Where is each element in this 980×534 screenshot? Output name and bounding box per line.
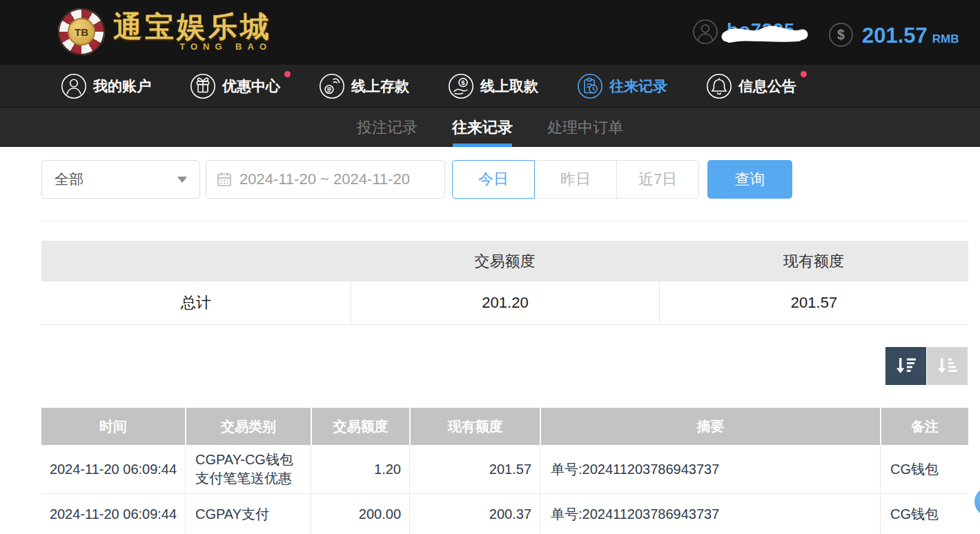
summary-total-label: 总计 bbox=[41, 281, 351, 324]
balance-amount: 201.57 bbox=[862, 23, 928, 48]
nav-label: 优惠中心 bbox=[222, 77, 280, 96]
cell-balance: 201.57 bbox=[409, 445, 540, 493]
cell-remark: CG钱包 bbox=[880, 494, 968, 534]
records-header-row: 时间 交易类别 交易额度 现有额度 摘要 备注 bbox=[41, 408, 968, 445]
svg-text:$: $ bbox=[837, 27, 845, 42]
notification-dot bbox=[284, 71, 291, 77]
sort-ascending-icon bbox=[936, 356, 959, 377]
nav-item-withdraw[interactable]: $ 线上取款 bbox=[448, 73, 538, 99]
sort-descending-icon bbox=[894, 356, 918, 377]
logo-subtitle: TONG BAO bbox=[113, 41, 272, 52]
summary-total-transaction: 201.20 bbox=[351, 281, 659, 324]
cell-amount: 200.00 bbox=[311, 494, 409, 534]
cell-remark: CG钱包 bbox=[880, 445, 968, 493]
active-tab-underline bbox=[453, 144, 512, 147]
tab-label: 往来记录 bbox=[452, 117, 513, 138]
tab-processing-orders[interactable]: 处理中订单 bbox=[546, 108, 625, 147]
site-logo[interactable]: TB 通宝娱乐城 TONG BAO bbox=[58, 8, 272, 55]
deposit-icon bbox=[319, 73, 345, 99]
calendar-icon bbox=[216, 171, 233, 188]
search-button[interactable]: 查询 bbox=[707, 160, 792, 199]
dollar-icon: $ bbox=[828, 22, 854, 48]
cell-time: 2024-11-20 06:09:44 bbox=[41, 445, 185, 493]
chip-text: TB bbox=[75, 26, 88, 38]
nav-label: 线上存款 bbox=[351, 77, 409, 96]
withdraw-icon: $ bbox=[448, 73, 474, 99]
cell-summary: 单号:202411203786943737 bbox=[540, 494, 880, 534]
filter-row: 全部 2024-11-20 ~ 2024-11-20 今日 昨日 近7日 查询 bbox=[0, 160, 980, 199]
type-select-value: 全部 bbox=[55, 170, 177, 189]
cell-amount: 1.20 bbox=[311, 445, 409, 493]
yesterday-button[interactable]: 昨日 bbox=[534, 160, 617, 199]
summary-header-transaction: 交易额度 bbox=[351, 241, 659, 281]
notification-dot bbox=[801, 71, 807, 77]
summary-header-empty bbox=[41, 241, 351, 281]
col-header-summary: 摘要 bbox=[540, 408, 880, 445]
today-button[interactable]: 今日 bbox=[452, 160, 535, 199]
cell-balance: 200.37 bbox=[409, 494, 540, 534]
balance-display[interactable]: $ 201.57 RMB bbox=[828, 17, 959, 48]
balance-currency: RMB bbox=[932, 32, 959, 46]
main-nav: 我的账户 优惠中心 线上存款 bbox=[0, 65, 980, 107]
cell-summary: 单号:202411203786943737 bbox=[540, 445, 880, 493]
poker-chip-icon: TB bbox=[58, 8, 105, 55]
table-row: 2024-11-20 06:09:44 CGPAY支付 200.00 200.3… bbox=[41, 494, 968, 534]
username: bo7325 bbox=[725, 19, 805, 45]
top-header: TB 通宝娱乐城 TONG BAO bo7325 bbox=[0, 0, 980, 65]
nav-item-deposit[interactable]: 线上存款 bbox=[319, 73, 409, 99]
nav-item-transaction-records[interactable]: 往来记录 bbox=[577, 73, 667, 99]
account-info[interactable]: bo7325 bbox=[692, 19, 805, 45]
records-icon bbox=[577, 73, 603, 99]
nav-item-announcements[interactable]: 信息公告 bbox=[706, 73, 796, 99]
nav-label: 我的账户 bbox=[93, 77, 151, 96]
date-range-value: 2024-11-20 ~ 2024-11-20 bbox=[239, 170, 410, 188]
record-tabs: 投注记录 往来记录 处理中订单 bbox=[0, 107, 980, 147]
cell-type: CGPAY-CG钱包支付笔笔送优惠 bbox=[185, 445, 311, 493]
quick-date-buttons: 今日 昨日 近7日 bbox=[452, 160, 699, 199]
cell-type: CGPAY支付 bbox=[185, 494, 311, 534]
logo-text: 通宝娱乐城 TONG BAO bbox=[113, 12, 272, 51]
redaction-scribble bbox=[721, 21, 808, 46]
sort-buttons bbox=[885, 347, 968, 385]
summary-header-current: 现有额度 bbox=[659, 241, 968, 281]
type-select[interactable]: 全部 bbox=[41, 160, 200, 199]
col-header-remark: 备注 bbox=[880, 408, 968, 445]
sort-descending-button[interactable] bbox=[885, 347, 926, 385]
nav-label: 往来记录 bbox=[609, 77, 667, 96]
tab-bet-records[interactable]: 投注记录 bbox=[355, 108, 419, 147]
col-header-balance: 现有额度 bbox=[409, 408, 540, 445]
col-header-type: 交易类别 bbox=[185, 408, 311, 445]
chip-core: TB bbox=[68, 18, 95, 46]
tab-transaction-records[interactable]: 往来记录 bbox=[451, 108, 514, 147]
nav-item-my-account[interactable]: 我的账户 bbox=[61, 73, 151, 99]
svg-text:$: $ bbox=[461, 79, 465, 86]
customer-service-button[interactable] bbox=[974, 487, 980, 516]
date-range-input[interactable]: 2024-11-20 ~ 2024-11-20 bbox=[206, 160, 445, 199]
summary-total-current: 201.57 bbox=[659, 281, 968, 324]
summary-header-row: 交易额度 现有额度 bbox=[41, 241, 968, 281]
col-header-amount: 交易额度 bbox=[311, 408, 409, 445]
summary-total-row: 总计 201.20 201.57 bbox=[41, 281, 968, 325]
table-row: 2024-11-20 06:09:44 CGPAY-CG钱包支付笔笔送优惠 1.… bbox=[41, 445, 968, 494]
cell-time: 2024-11-20 06:09:44 bbox=[41, 494, 185, 534]
last7days-button[interactable]: 近7日 bbox=[616, 160, 699, 199]
user-icon bbox=[61, 73, 87, 99]
bell-icon bbox=[706, 73, 732, 99]
records-table: 时间 交易类别 交易额度 现有额度 摘要 备注 2024-11-20 06:09… bbox=[41, 408, 968, 534]
user-avatar-icon bbox=[692, 19, 718, 45]
col-header-time: 时间 bbox=[41, 408, 185, 445]
page: TB 通宝娱乐城 TONG BAO bo7325 bbox=[0, 0, 980, 534]
gift-icon bbox=[190, 73, 216, 99]
summary-table: 交易额度 现有额度 总计 201.20 201.57 bbox=[41, 241, 968, 325]
section-divider bbox=[41, 221, 968, 221]
nav-item-promotions[interactable]: 优惠中心 bbox=[190, 73, 280, 99]
sort-ascending-button[interactable] bbox=[927, 347, 968, 385]
nav-label: 线上取款 bbox=[480, 77, 538, 96]
chevron-down-icon bbox=[177, 177, 187, 183]
logo-title: 通宝娱乐城 bbox=[113, 12, 272, 42]
nav-label: 信息公告 bbox=[738, 77, 796, 96]
